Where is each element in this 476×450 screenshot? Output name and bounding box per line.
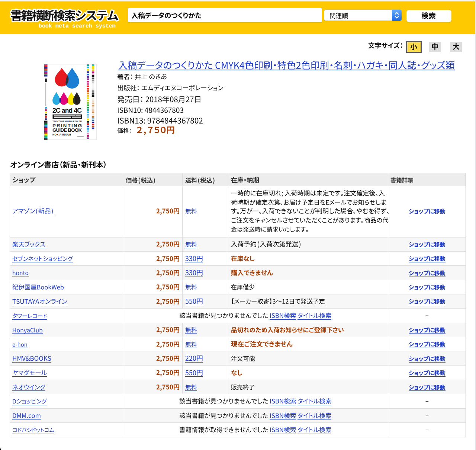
- svg-text:2C and 4C: 2C and 4C: [52, 107, 82, 114]
- svg-text:GUIDE BOOK: GUIDE BOOK: [52, 127, 82, 133]
- svg-text:NOKIA INOUE: NOKIA INOUE: [52, 133, 71, 136]
- svg-text:TWO COLOR AND FOUR COLOR: TWO COLOR AND FOUR COLOR: [52, 120, 82, 122]
